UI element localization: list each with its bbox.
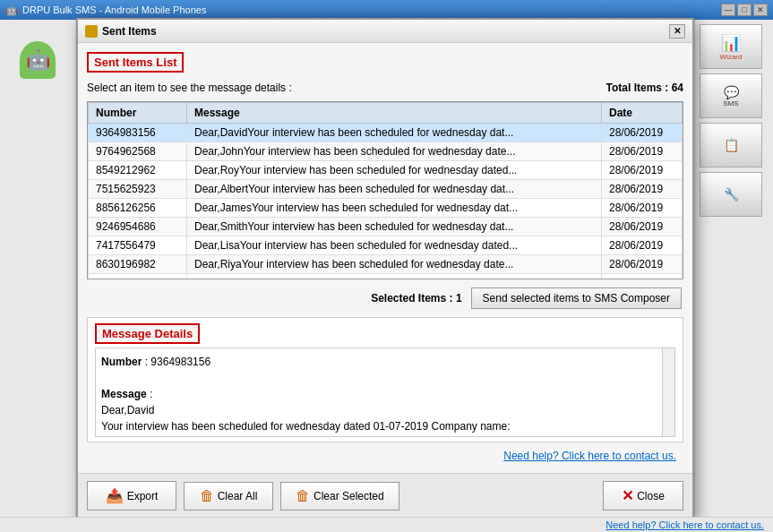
- clear-all-btn[interactable]: 🗑 Clear All: [184, 482, 273, 511]
- right-panel-btn-4[interactable]: 🔧: [700, 172, 762, 217]
- title-bar: 🤖 DRPU Bulk SMS - Android Mobile Phones …: [0, 0, 773, 20]
- dialog-title-bar: Sent Items ✕: [78, 20, 692, 43]
- dialog-content: Sent Items List Select an item to see th…: [78, 43, 692, 473]
- message-label: Message: [101, 388, 147, 400]
- close-x-icon: ✕: [622, 487, 633, 504]
- bottom-help-bar[interactable]: Need help? Click here to contact us.: [0, 517, 773, 532]
- title-bar-controls: — □ ✕: [721, 4, 768, 16]
- instruction-row: Select an item to see the message detail…: [87, 80, 683, 96]
- right-panel-btn-3[interactable]: 📋: [700, 123, 762, 167]
- message-separator: :: [150, 388, 152, 400]
- cell-date: 28/06/2019: [602, 236, 683, 255]
- message-details-content: Number : 9364983156 Message : Dear,David…: [95, 348, 675, 437]
- cell-number: 7501698546: [89, 274, 187, 279]
- total-items-label: Total Items : 64: [606, 82, 683, 94]
- sent-items-section-header: Sent Items List: [87, 52, 683, 74]
- window-title: DRPU Bulk SMS - Android Mobile Phones: [22, 4, 206, 15]
- clear-all-btn-label: Clear All: [218, 490, 258, 502]
- items-table: Number Message Date 9364983156Dear,David…: [88, 102, 683, 279]
- cell-message: Dear,LisaYour interview has been schedul…: [187, 236, 602, 255]
- table-row[interactable]: 8630196982Dear,RiyaYour interview has be…: [89, 255, 683, 274]
- cell-date: 28/06/2019: [602, 274, 683, 279]
- clear-selected-btn-label: Clear Selected: [313, 490, 384, 502]
- message-details-section: Message Details Number : 9364983156 Mess…: [87, 317, 683, 442]
- clear-selected-btn[interactable]: 🗑 Clear Selected: [280, 482, 399, 511]
- table-row[interactable]: 7515625923Dear,AlbertYour interview has …: [89, 180, 683, 199]
- col-header-message: Message: [187, 103, 602, 124]
- title-bar-left: 🤖 DRPU Bulk SMS - Android Mobile Phones: [5, 4, 206, 16]
- cell-number: 9246954686: [89, 218, 187, 236]
- cell-number: 8549212962: [89, 161, 187, 180]
- cell-number: 7515625923: [89, 180, 187, 199]
- sent-items-header-label: Sent Items List: [87, 52, 184, 73]
- cell-number: 9364983156: [89, 124, 187, 142]
- right-panel-btn-1[interactable]: 📊 Wizard: [700, 24, 762, 69]
- right-panel: 📊 Wizard 💬 SMS 📋 🔧: [694, 20, 773, 532]
- cell-message: Dear,RiyaYour interview has been schedul…: [187, 255, 602, 274]
- export-btn[interactable]: 📤 Export: [87, 481, 176, 511]
- number-value: 9364983156: [150, 356, 210, 368]
- table-row[interactable]: 8549212962Dear,RoyYour interview has bee…: [89, 161, 683, 180]
- cell-date: 28/06/2019: [602, 142, 683, 161]
- cell-message: Dear,JohnYour interview has been schedul…: [187, 142, 602, 161]
- help-link-top[interactable]: Need help? Click here to contact us.: [87, 448, 683, 464]
- cell-date: 28/06/2019: [602, 199, 683, 218]
- cell-number: 8856126256: [89, 199, 187, 218]
- cell-number: 8630196982: [89, 255, 187, 274]
- col-header-date: Date: [602, 103, 683, 124]
- table-row[interactable]: 8856126256Dear,JamesYour interview has b…: [89, 199, 683, 218]
- dialog-title-text: Sent Items: [102, 25, 157, 38]
- dialog-icon: [85, 25, 98, 38]
- table-row[interactable]: 7501698546Dear,HarryYour interview has b…: [89, 274, 683, 279]
- left-panel: 🤖: [0, 20, 76, 532]
- cell-message: Dear,DavidYour interview has been schedu…: [187, 124, 602, 142]
- main-window: 🤖 DRPU Bulk SMS - Android Mobile Phones …: [0, 0, 773, 532]
- sent-items-dialog: Sent Items ✕ Sent Items List Select an i…: [76, 18, 694, 519]
- minimize-btn[interactable]: —: [721, 4, 735, 16]
- number-line: Number : 9364983156: [101, 354, 669, 370]
- table-scroll[interactable]: Number Message Date 9364983156Dear,David…: [88, 102, 683, 279]
- clear-selected-icon: 🗑: [296, 488, 310, 504]
- dialog-close-x-btn[interactable]: ✕: [669, 24, 685, 39]
- cell-date: 28/06/2019: [602, 161, 683, 180]
- cell-message: Dear,JamesYour interview has been schedu…: [187, 199, 602, 218]
- right-panel-btn-2[interactable]: 💬 SMS: [700, 73, 762, 118]
- cell-date: 28/06/2019: [602, 124, 683, 142]
- table-row[interactable]: 7417556479Dear,LisaYour interview has be…: [89, 236, 683, 255]
- dialog-title-left: Sent Items: [85, 25, 157, 38]
- instruction-text: Select an item to see the message detail…: [87, 82, 292, 94]
- app-icon: 🤖: [5, 4, 18, 16]
- export-btn-label: Export: [127, 490, 159, 502]
- selected-items-label: Selected Items : 1: [371, 292, 461, 305]
- cell-date: 28/06/2019: [602, 255, 683, 274]
- table-row[interactable]: 9246954686Dear,SmithYour interview has b…: [89, 218, 683, 236]
- close-dialog-btn[interactable]: ✕ Close: [603, 481, 683, 511]
- items-table-container: Number Message Date 9364983156Dear,David…: [87, 101, 683, 279]
- cell-number: 9764962568: [89, 142, 187, 161]
- cell-message: Dear,HarryYour interview has been schedu…: [187, 274, 602, 279]
- cell-date: 28/06/2019: [602, 180, 683, 199]
- cell-number: 7417556479: [89, 236, 187, 255]
- number-label: Number: [101, 356, 142, 368]
- maximize-btn[interactable]: □: [737, 4, 752, 16]
- message-details-header-label: Message Details: [95, 323, 200, 344]
- selected-items-row: Selected Items : 1 Send selected items t…: [87, 285, 683, 312]
- detail-scrollbar[interactable]: [662, 348, 674, 436]
- export-icon: 📤: [106, 487, 124, 504]
- col-header-number: Number: [89, 103, 187, 124]
- close-btn-label: Close: [637, 490, 665, 502]
- message-line: Message :: [101, 386, 669, 402]
- message-body: Dear,David Your interview has been sched…: [101, 402, 669, 437]
- clear-all-icon: 🗑: [200, 488, 214, 504]
- table-row[interactable]: 9764962568Dear,JohnYour interview has be…: [89, 142, 683, 161]
- cell-date: 28/06/2019: [602, 218, 683, 236]
- bottom-buttons: 📤 Export 🗑 Clear All 🗑 Clear Selected ✕ …: [78, 473, 692, 518]
- cell-message: Dear,SmithYour interview has been schedu…: [187, 218, 602, 236]
- cell-message: Dear,RoyYour interview has been schedule…: [187, 161, 602, 180]
- window-close-btn[interactable]: ✕: [753, 4, 768, 16]
- android-logo: 🤖: [13, 29, 63, 91]
- table-row[interactable]: 9364983156Dear,DavidYour interview has b…: [89, 124, 683, 142]
- send-selected-btn[interactable]: Send selected items to SMS Composer: [471, 287, 682, 309]
- cell-message: Dear,AlbertYour interview has been sched…: [187, 180, 602, 199]
